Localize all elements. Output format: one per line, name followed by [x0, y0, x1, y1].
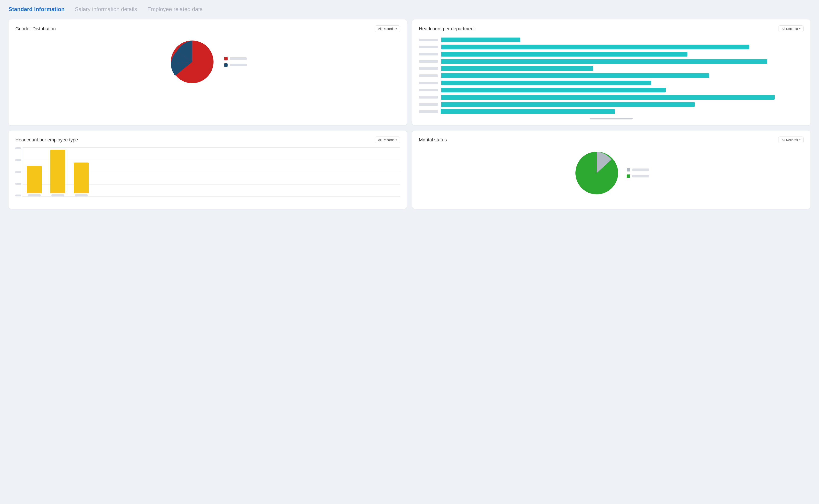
dept-bar-row-4: [419, 58, 804, 65]
dept-scrollbar[interactable]: [590, 118, 633, 119]
dept-bar-label-7: [419, 82, 438, 84]
dept-bar-track-3: [441, 52, 804, 57]
headcount-dept-chevron-icon: ▾: [799, 27, 800, 30]
headcount-employee-type-card: Headcount per employee type All Records …: [9, 131, 407, 209]
dept-bar-row-5: [419, 65, 804, 72]
headcount-employee-type-chart-wrapper: [15, 147, 400, 203]
dept-bar-fill-3: [441, 52, 687, 57]
headcount-dept-bar-chart: [419, 36, 804, 115]
gender-pie-chart: [169, 38, 216, 85]
dept-bar-track-1: [441, 38, 804, 42]
dept-bar-row-9: [419, 94, 804, 101]
gender-female-color: [224, 57, 228, 60]
gender-pie-container: [15, 36, 400, 87]
gender-legend: [224, 57, 247, 67]
dept-bar-label-9: [419, 96, 438, 99]
y-label-2: [15, 159, 21, 161]
dept-bar-label-5: [419, 67, 438, 70]
gender-male-color: [224, 63, 228, 67]
dept-axis-vert: [441, 36, 441, 109]
marital-status-header: Marital status All Records ▾: [419, 137, 804, 143]
headcount-dept-title: Headcount per department: [419, 26, 475, 32]
y-label-3: [15, 171, 21, 173]
dept-bar-label-10: [419, 103, 438, 106]
dept-bar-track-10: [441, 102, 804, 107]
gender-distribution-dropdown[interactable]: All Records ▾: [375, 25, 400, 32]
marital-status-dropdown[interactable]: All Records ▾: [778, 137, 804, 143]
dept-bar-row-1: [419, 36, 804, 44]
headcount-dept-dropdown[interactable]: All Records ▾: [778, 25, 804, 32]
gender-legend-female: [224, 57, 247, 60]
gender-distribution-card: Gender Distribution All Records ▾: [9, 19, 407, 125]
headcount-employee-type-title: Headcount per employee type: [15, 137, 78, 143]
tab-employee-related-data[interactable]: Employee related data: [147, 6, 203, 13]
headcount-employee-type-header: Headcount per employee type All Records …: [15, 137, 400, 143]
dept-bar-label-2: [419, 46, 438, 48]
dept-bar-track-5: [441, 66, 804, 71]
headcount-employee-type-chevron-icon: ▾: [396, 138, 397, 141]
marital-married-label: [632, 175, 649, 177]
dept-bar-track-11: [441, 109, 804, 114]
dept-bar-row-2: [419, 44, 804, 51]
gender-legend-male: [224, 63, 247, 67]
tab-salary-information[interactable]: Salary information details: [75, 6, 137, 13]
employee-type-bar-fill-1: [27, 166, 42, 193]
dept-bar-row-3: [419, 51, 804, 58]
employee-type-bar-fill-3: [74, 163, 89, 193]
dept-bar-track-2: [441, 45, 804, 49]
gender-distribution-title: Gender Distribution: [15, 26, 56, 32]
gender-male-label: [230, 64, 247, 66]
dept-bar-fill-2: [441, 45, 749, 49]
dept-bar-fill-11: [441, 109, 615, 114]
y-label-1: [15, 147, 21, 149]
dept-bar-label-6: [419, 74, 438, 77]
marital-legend-single: [627, 168, 649, 171]
marital-legend-married: [627, 174, 649, 178]
dept-bar-row-11: [419, 108, 804, 115]
marital-legend: [627, 168, 649, 178]
headcount-dept-dropdown-label: All Records: [781, 27, 798, 31]
headcount-dept-chart-wrapper: [419, 36, 804, 119]
employee-type-y-labels: [15, 147, 21, 196]
dept-bar-fill-7: [441, 81, 651, 85]
employee-type-bar-label-2: [51, 194, 64, 196]
dept-bar-track-8: [441, 88, 804, 92]
headcount-dept-header: Headcount per department All Records ▾: [419, 25, 804, 32]
dept-bar-fill-1: [441, 38, 520, 42]
dept-bar-track-7: [441, 81, 804, 85]
dept-bar-label-3: [419, 53, 438, 55]
marital-single-color: [627, 168, 630, 171]
dept-bar-label-1: [419, 39, 438, 41]
dept-bar-label-11: [419, 110, 438, 113]
employee-type-bar-label-3: [75, 194, 88, 196]
marital-status-chevron-icon: ▾: [799, 138, 800, 141]
dept-bar-fill-5: [441, 66, 593, 71]
tabs-nav: Standard Information Salary information …: [9, 6, 810, 13]
dept-bar-row-8: [419, 86, 804, 94]
marital-single-label: [632, 168, 649, 171]
employee-type-bar-col-1: [27, 166, 42, 196]
employee-type-bars: [23, 147, 400, 196]
employee-type-bar-col-2: [50, 150, 65, 196]
marital-pie-container: [419, 147, 804, 199]
employee-type-bar-label-1: [28, 194, 41, 196]
dept-bar-label-8: [419, 89, 438, 91]
dashboard-grid: Gender Distribution All Records ▾: [9, 19, 810, 209]
gender-distribution-dropdown-label: All Records: [378, 27, 394, 31]
grid-line-5: [23, 196, 400, 197]
marital-status-dropdown-label: All Records: [781, 138, 798, 142]
dept-bar-fill-10: [441, 102, 695, 107]
marital-status-card: Marital status All Records ▾: [412, 131, 810, 209]
headcount-employee-type-dropdown[interactable]: All Records ▾: [375, 137, 400, 143]
tab-standard-information[interactable]: Standard Information: [9, 6, 65, 13]
employee-type-bar-col-3: [74, 163, 89, 196]
dept-bar-fill-6: [441, 73, 709, 78]
employee-type-bar-fill-2: [50, 150, 65, 193]
y-label-5: [15, 195, 21, 196]
dept-bar-row-7: [419, 79, 804, 87]
gender-distribution-header: Gender Distribution All Records ▾: [15, 25, 400, 32]
marital-pie-chart: [573, 150, 620, 196]
employee-type-y-axis: [22, 147, 22, 196]
dept-bar-fill-4: [441, 59, 767, 64]
marital-married-color: [627, 174, 630, 178]
